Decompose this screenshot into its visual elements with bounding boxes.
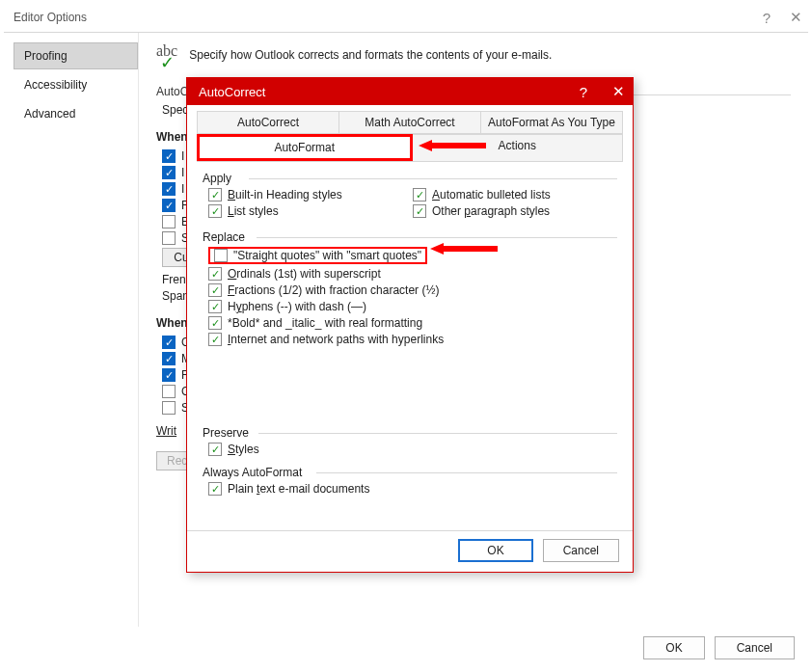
help-icon[interactable]: ? (763, 10, 771, 26)
autocorrect-dialog: AutoCorrect ? ✕ AutoCorrect Math AutoCor… (186, 77, 634, 573)
autocorrect-title: AutoCorrect (199, 85, 265, 99)
checkbox-hyphens[interactable]: ✓ (208, 300, 222, 313)
tab-autocorrect[interactable]: AutoCorrect (197, 111, 339, 133)
checkbox[interactable] (162, 231, 176, 245)
checkbox-heading-styles[interactable]: ✓ (208, 188, 222, 202)
straight-quotes-label: "Straight quotes" with "smart quotes" (233, 249, 421, 262)
checkbox[interactable] (162, 401, 176, 415)
checkbox[interactable]: ✓ (162, 166, 176, 179)
editor-title: Editor Options (14, 11, 87, 24)
writing-style[interactable]: Writ (156, 424, 176, 438)
bold-italic-label: *Bold* and _italic_ with real formatting (228, 316, 422, 330)
checkbox-fractions[interactable]: ✓ (208, 283, 222, 297)
autocorrect-ok-button[interactable]: OK (458, 539, 532, 562)
checkbox-bulleted-lists[interactable]: ✓ (413, 188, 426, 202)
checkbox[interactable]: ✓ (162, 336, 176, 349)
checkbox[interactable]: ✓ (162, 182, 176, 196)
french-line: Fren (162, 273, 186, 286)
autocorrect-bottom-bar: OK Cancel (187, 530, 633, 572)
sidebar-item-accessibility[interactable]: Accessibility (14, 71, 138, 98)
check-icon: ✓ (160, 58, 175, 67)
apply-title: Apply (203, 172, 617, 185)
preserve-title: Preserve (203, 426, 617, 440)
sidebar: Proofing Accessibility Advanced (4, 33, 139, 627)
checkbox[interactable] (162, 385, 176, 398)
specify-text: Specify how Outlook corrects and formats… (189, 48, 552, 67)
editor-cancel-button[interactable]: Cancel (715, 636, 795, 659)
replace-title: Replace (203, 230, 617, 244)
checkbox-list-styles[interactable]: ✓ (208, 204, 222, 218)
svg-marker-0 (419, 140, 486, 151)
checkbox[interactable] (162, 215, 176, 228)
tab-autoformat[interactable]: AutoFormat (197, 134, 413, 161)
checkbox-plain-text[interactable]: ✓ (208, 482, 222, 496)
autocorrect-cancel-button[interactable]: Cancel (543, 539, 619, 562)
spanish-line: Span (162, 289, 189, 303)
checkbox-ordinals[interactable]: ✓ (208, 267, 222, 281)
annotation-arrow-icon (419, 138, 486, 153)
checkbox-paragraph-styles[interactable]: ✓ (413, 204, 426, 218)
checkbox[interactable]: ✓ (162, 352, 176, 365)
svg-marker-1 (430, 243, 498, 255)
annotation-arrow-icon (430, 241, 498, 256)
autocorrect-titlebar: AutoCorrect ? ✕ (187, 78, 633, 105)
sidebar-item-advanced[interactable]: Advanced (14, 100, 138, 127)
sidebar-item-proofing[interactable]: Proofing (14, 42, 138, 69)
tabs-row-1: AutoCorrect Math AutoCorrect AutoFormat … (197, 111, 623, 134)
editor-titlebar: Editor Options ? ✕ (4, 2, 808, 33)
editor-bottom-bar: OK Cancel (4, 627, 808, 669)
checkbox[interactable]: ✓ (162, 368, 176, 382)
tabs-row-2: AutoFormat Actions (197, 134, 623, 162)
close-icon[interactable]: ✕ (612, 83, 625, 100)
editor-ok-button[interactable]: OK (643, 636, 704, 659)
checkbox-internet-paths[interactable]: ✓ (208, 333, 222, 346)
checkbox[interactable]: ✓ (162, 149, 176, 163)
help-icon[interactable]: ? (580, 84, 587, 100)
always-title: Always AutoFormat (203, 466, 617, 479)
close-icon[interactable]: ✕ (790, 9, 802, 26)
checkbox-styles[interactable]: ✓ (208, 443, 222, 456)
checkbox-straight-quotes[interactable] (214, 249, 228, 262)
checkbox-bold-italic[interactable]: ✓ (208, 316, 222, 330)
checkbox[interactable]: ✓ (162, 199, 176, 212)
tab-autoformat-as-you-type[interactable]: AutoFormat As You Type (481, 111, 623, 133)
tab-math-autocorrect[interactable]: Math AutoCorrect (339, 111, 481, 133)
